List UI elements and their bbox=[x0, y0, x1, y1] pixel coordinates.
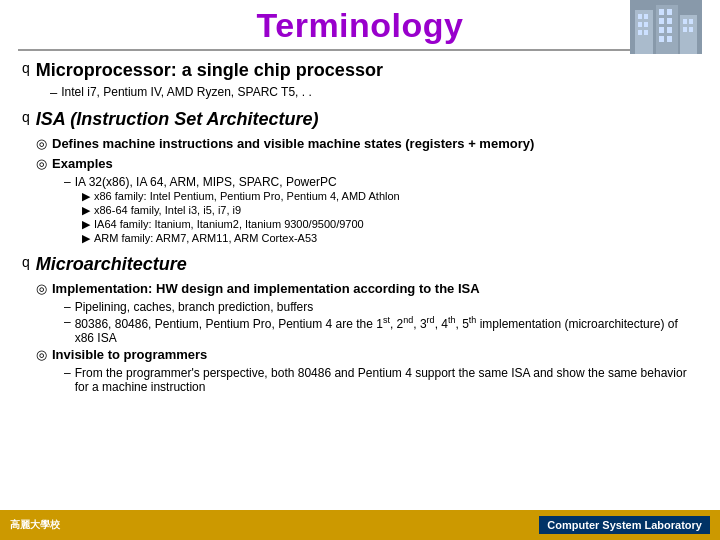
microarch-programmer-perspective: – From the programmer's perspective, bot… bbox=[64, 366, 698, 394]
footer: 高麗大學校 Computer System Laboratory bbox=[0, 510, 720, 540]
isa-defines-text: Defines machine instructions and visible… bbox=[52, 135, 534, 153]
section-microprocessor: q Microprocessor: a single chip processo… bbox=[22, 59, 698, 100]
svg-rect-17 bbox=[667, 36, 672, 42]
svg-rect-3 bbox=[680, 15, 697, 54]
svg-rect-4 bbox=[638, 14, 642, 19]
header: Terminology bbox=[18, 0, 702, 51]
microarch-generations: – 80386, 80486, Pentium, Pentium Pro, Pe… bbox=[64, 315, 698, 345]
svg-rect-14 bbox=[659, 27, 664, 33]
dash-icon-microarch-2: – bbox=[64, 315, 71, 329]
circle-icon-1: ◎ bbox=[36, 136, 47, 151]
isa-families: – IA 32(x86), IA 64, ARM, MIPS, SPARC, P… bbox=[64, 175, 698, 189]
microarch-programmer-perspective-text: From the programmer's perspective, both … bbox=[75, 366, 698, 394]
content: q Microprocessor: a single chip processo… bbox=[18, 51, 702, 406]
arrow-icon-3: ▶ bbox=[82, 218, 90, 231]
svg-rect-9 bbox=[644, 30, 648, 35]
svg-rect-16 bbox=[659, 36, 664, 42]
svg-rect-5 bbox=[644, 14, 648, 19]
section-microarchitecture: q Microarchitecture ◎ Implementation: HW… bbox=[22, 253, 698, 394]
dash-icon-isa: – bbox=[64, 175, 71, 189]
svg-rect-13 bbox=[667, 18, 672, 24]
footer-lab-label: Computer System Laboratory bbox=[539, 516, 710, 534]
svg-rect-10 bbox=[659, 9, 664, 15]
isa-x86-64-family: ▶ x86-64 family, Intel i3, i5, i7, i9 bbox=[82, 204, 698, 217]
bullet-q-3: q bbox=[22, 254, 30, 270]
isa-defines: ◎ Defines machine instructions and visib… bbox=[36, 135, 698, 153]
circle-icon-3: ◎ bbox=[36, 281, 47, 296]
dash-icon-1: – bbox=[50, 85, 57, 100]
main-bullet-microarch: q Microarchitecture bbox=[22, 253, 698, 276]
isa-families-text: IA 32(x86), IA 64, ARM, MIPS, SPARC, Pow… bbox=[75, 175, 337, 189]
isa-ia64-family: ▶ IA64 family: Itanium, Itanium2, Itaniu… bbox=[82, 218, 698, 231]
bullet-q-1: q bbox=[22, 60, 30, 76]
building-image bbox=[630, 0, 702, 54]
arrow-icon-2: ▶ bbox=[82, 204, 90, 217]
dash-icon-microarch-3: – bbox=[64, 366, 71, 380]
svg-rect-21 bbox=[689, 27, 693, 32]
main-bullet-isa: q ISA (Instruction Set Architecture) bbox=[22, 108, 698, 131]
slide: Terminology bbox=[0, 0, 720, 540]
arrow-icon-1: ▶ bbox=[82, 190, 90, 203]
microarch-implementation-text: Implementation: HW design and implementa… bbox=[52, 280, 480, 298]
section-isa: q ISA (Instruction Set Architecture) ◎ D… bbox=[22, 108, 698, 245]
svg-rect-8 bbox=[638, 30, 642, 35]
bullet-q-2: q bbox=[22, 109, 30, 125]
circle-icon-2: ◎ bbox=[36, 156, 47, 171]
microprocessor-title: Microprocessor: a single chip processor bbox=[36, 59, 383, 82]
microarch-title: Microarchitecture bbox=[36, 253, 187, 276]
circle-icon-4: ◎ bbox=[36, 347, 47, 362]
arrow-icon-4: ▶ bbox=[82, 232, 90, 245]
isa-x86-family: ▶ x86 family: Intel Pentium, Pentium Pro… bbox=[82, 190, 698, 203]
svg-rect-12 bbox=[659, 18, 664, 24]
dash-microprocessor-examples: – Intel i7, Pentium IV, AMD Ryzen, SPARC… bbox=[50, 85, 698, 100]
isa-examples: ◎ Examples bbox=[36, 155, 698, 173]
isa-title: ISA (Instruction Set Architecture) bbox=[36, 108, 319, 131]
microarch-invisible-text: Invisible to programmers bbox=[52, 346, 207, 364]
svg-rect-7 bbox=[644, 22, 648, 27]
isa-ia64-family-text: IA64 family: Itanium, Itanium2, Itanium … bbox=[94, 218, 364, 230]
svg-rect-11 bbox=[667, 9, 672, 15]
isa-examples-text: Examples bbox=[52, 155, 113, 173]
page-title: Terminology bbox=[257, 6, 464, 44]
microarch-implementation: ◎ Implementation: HW design and implemen… bbox=[36, 280, 698, 298]
microarch-invisible: ◎ Invisible to programmers bbox=[36, 346, 698, 364]
svg-rect-20 bbox=[683, 27, 687, 32]
isa-x86-family-text: x86 family: Intel Pentium, Pentium Pro, … bbox=[94, 190, 400, 202]
svg-rect-6 bbox=[638, 22, 642, 27]
microarch-generations-text: 80386, 80486, Pentium, Pentium Pro, Pent… bbox=[75, 315, 698, 345]
isa-arm-family-text: ARM family: ARM7, ARM11, ARM Cortex-A53 bbox=[94, 232, 317, 244]
main-bullet-microprocessor: q Microprocessor: a single chip processo… bbox=[22, 59, 698, 82]
svg-rect-19 bbox=[689, 19, 693, 24]
footer-logo: 高麗大學校 bbox=[10, 518, 60, 532]
isa-x86-64-family-text: x86-64 family, Intel i3, i5, i7, i9 bbox=[94, 204, 241, 216]
svg-rect-18 bbox=[683, 19, 687, 24]
dash-icon-microarch-1: – bbox=[64, 300, 71, 314]
microarch-pipelining: – Pipelining, caches, branch prediction,… bbox=[64, 300, 698, 314]
microprocessor-examples-text: Intel i7, Pentium IV, AMD Ryzen, SPARC T… bbox=[61, 85, 312, 99]
footer-left: 高麗大學校 bbox=[10, 518, 60, 532]
svg-rect-15 bbox=[667, 27, 672, 33]
isa-arm-family: ▶ ARM family: ARM7, ARM11, ARM Cortex-A5… bbox=[82, 232, 698, 245]
microarch-pipelining-text: Pipelining, caches, branch prediction, b… bbox=[75, 300, 314, 314]
